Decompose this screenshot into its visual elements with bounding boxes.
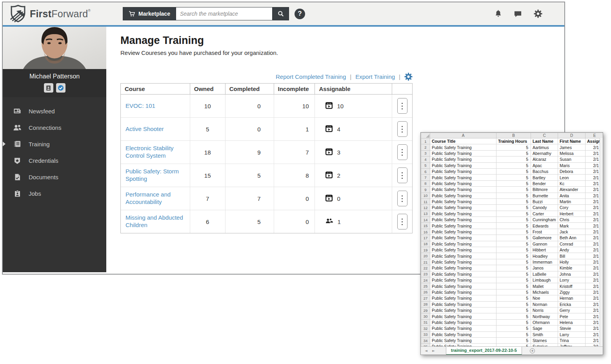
row-header[interactable]: 28	[421, 301, 430, 307]
sheet-cell[interactable]: 5	[496, 211, 531, 217]
sheet-cell[interactable]: 5	[496, 295, 531, 301]
sheet-cell[interactable]: 5	[496, 168, 531, 174]
row-header[interactable]: 15	[421, 223, 430, 229]
sheet-cell[interactable]: Burnette	[531, 193, 558, 198]
sheet-cell[interactable]: Smith	[531, 331, 558, 337]
sheet-cell[interactable]: 5	[496, 229, 531, 235]
sheet-cell[interactable]: 5	[496, 319, 531, 325]
row-header[interactable]: 7	[421, 175, 430, 180]
add-sheet-icon[interactable]: +	[530, 348, 535, 353]
sheet-cell[interactable]: Hoadley	[531, 253, 558, 259]
sheet-cell[interactable]: Public Safety Training	[430, 289, 496, 295]
row-menu-kebab-button[interactable]	[397, 214, 407, 229]
sheet-cell[interactable]: Northway	[531, 313, 558, 319]
row-menu-kebab-button[interactable]	[397, 144, 407, 160]
sheet-cell[interactable]: Limbaugh	[531, 277, 558, 283]
report-completed-training-link[interactable]: Report Completed Training	[276, 73, 346, 80]
sheet-cell[interactable]: Alexander	[558, 187, 586, 193]
sheet-cell[interactable]: 5	[496, 301, 531, 307]
row-header[interactable]: 34	[421, 337, 430, 343]
sheet-cell[interactable]: Public Safety Training	[430, 307, 496, 313]
sheet-cell[interactable]: Conrad	[558, 241, 586, 247]
sheet-cell[interactable]: Bender	[531, 180, 558, 186]
sheet-cell[interactable]: Debora	[558, 168, 586, 174]
sheet-cell[interactable]: Starnes	[531, 337, 558, 343]
sheet-cell[interactable]: Pete	[558, 313, 586, 319]
marketplace-search-input[interactable]	[176, 7, 273, 20]
row-header[interactable]: 22	[421, 265, 430, 271]
sheet-cell[interactable]: Lorry	[558, 277, 586, 283]
sheet-cell[interactable]: Public Safety Training	[430, 271, 496, 277]
sheet-cell[interactable]: Public Safety Training	[430, 175, 496, 180]
sheet-cell[interactable]: Jack	[558, 229, 586, 235]
sheet-cell[interactable]: Public Safety Training	[430, 157, 496, 162]
course-link[interactable]: Missing and Abducted Children	[125, 214, 185, 229]
sheet-cell[interactable]: Public Safety Training	[430, 217, 496, 223]
row-header[interactable]: 21	[421, 259, 430, 265]
row-header[interactable]: 19	[421, 247, 430, 253]
sheet-cell[interactable]: 5	[496, 162, 531, 168]
sheet-cell[interactable]: 5	[496, 198, 531, 204]
sheet-cell[interactable]: Public Safety Training	[430, 344, 496, 346]
course-link[interactable]: Performance and Accountability	[125, 191, 185, 206]
sheet-cell[interactable]: Public Safety Training	[430, 241, 496, 247]
sheet-cell[interactable]: 5	[496, 180, 531, 186]
row-header[interactable]: 26	[421, 289, 430, 295]
sheet-cell[interactable]: Course Title	[430, 138, 496, 144]
prev-sheet-arrow-icon[interactable]: ◄	[425, 349, 427, 353]
select-all-corner[interactable]	[421, 133, 430, 138]
sheet-cell[interactable]: Kristoff	[558, 283, 586, 289]
sheet-cell[interactable]: 5	[496, 253, 531, 259]
column-header-letter[interactable]: C	[531, 133, 558, 138]
sheet-cell[interactable]: Holly	[558, 259, 586, 265]
column-header-letter[interactable]: E	[586, 133, 603, 138]
sheet-cell[interactable]: Michaels	[531, 289, 558, 295]
row-header[interactable]: 14	[421, 217, 430, 223]
row-header[interactable]: 35	[421, 344, 430, 346]
sidebar-item-documents[interactable]: Documents	[3, 169, 106, 185]
sheet-cell[interactable]: Public Safety Training	[430, 313, 496, 319]
sheet-cell[interactable]: 5	[496, 265, 531, 271]
sheet-cell[interactable]: Ohrmann	[531, 319, 558, 325]
sheet-cell[interactable]: Johna	[558, 271, 586, 277]
sheet-cell[interactable]: First Name	[558, 138, 586, 144]
sheet-cell[interactable]: Aartimus	[531, 144, 558, 150]
sheet-cell[interactable]: Bacchus	[531, 168, 558, 174]
sheet-cell[interactable]: Anita	[558, 193, 586, 198]
sheet-cell[interactable]: 5	[496, 259, 531, 265]
profile-photo[interactable]	[3, 27, 106, 69]
sheet-cell[interactable]: Mark	[558, 223, 586, 229]
sheet-cell[interactable]: Immerman	[531, 259, 558, 265]
row-header[interactable]: 9	[421, 187, 430, 193]
sheet-cell[interactable]: 5	[496, 205, 531, 211]
sheet-cell[interactable]: Public Safety Training	[430, 265, 496, 271]
sheet-cell[interactable]: 5	[496, 187, 531, 193]
sheet-cell[interactable]: 5	[496, 150, 531, 156]
id-badge-icon[interactable]	[44, 83, 53, 93]
sheet-cell[interactable]: 5	[496, 144, 531, 150]
column-header-letter[interactable]: A	[430, 133, 496, 138]
column-header-letter[interactable]: D	[558, 133, 586, 138]
sheet-cell[interactable]: Bill	[558, 253, 586, 259]
sheet-cell[interactable]: Gallemore	[531, 235, 558, 241]
messages-chat-icon[interactable]	[514, 10, 522, 18]
row-header[interactable]: 1	[421, 138, 430, 144]
sheet-cell[interactable]: Abernathy	[531, 150, 558, 156]
sheet-cell[interactable]: Ericka	[558, 301, 586, 307]
row-header[interactable]: 12	[421, 205, 430, 211]
sheet-vertical-scrollbar[interactable]	[600, 138, 603, 346]
sheet-cell[interactable]: Public Safety Training	[430, 180, 496, 186]
row-menu-kebab-button[interactable]	[397, 98, 407, 114]
sheet-cell[interactable]: 5	[496, 344, 531, 346]
sheet-cell[interactable]: Hibbert	[531, 247, 558, 253]
sheet-cell[interactable]: Edwards	[531, 223, 558, 229]
row-header[interactable]: 2	[421, 144, 430, 150]
row-header[interactable]: 10	[421, 193, 430, 198]
sheet-cell[interactable]: Public Safety Training	[430, 295, 496, 301]
sheet-cell[interactable]: Public Safety Training	[430, 235, 496, 241]
sheet-cell[interactable]: Public Safety Training	[430, 150, 496, 156]
row-header[interactable]: 3	[421, 150, 430, 156]
row-header[interactable]: 17	[421, 235, 430, 241]
row-header[interactable]: 18	[421, 241, 430, 247]
sheet-cell[interactable]: Public Safety Training	[430, 205, 496, 211]
